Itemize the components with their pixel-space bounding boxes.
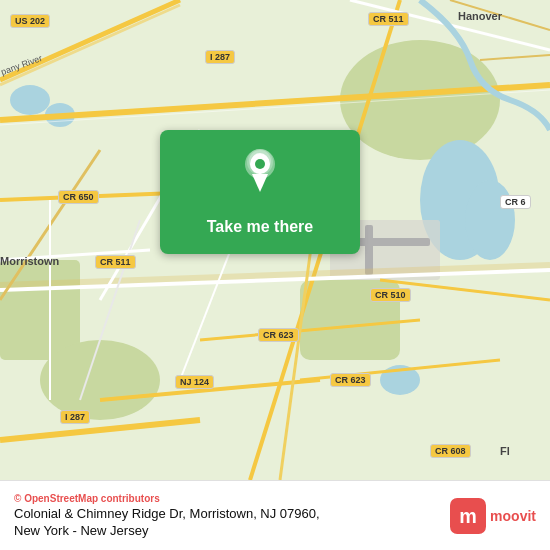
label-hanover: Hanover [458, 10, 502, 22]
svg-rect-3 [0, 260, 80, 360]
button-overlay: Take me there [160, 130, 360, 254]
road-label-nj124: NJ 124 [175, 375, 214, 389]
pin-shape [242, 148, 278, 192]
svg-point-1 [340, 40, 500, 160]
road-label-cr608: CR 608 [430, 444, 471, 458]
moovit-text: moovit [490, 508, 536, 524]
road-label-cr623-2: CR 623 [330, 373, 371, 387]
svg-text:m: m [459, 505, 477, 527]
road-label-i287-top: I 287 [205, 50, 235, 64]
road-label-us202: US 202 [10, 14, 50, 28]
osm-copyright-symbol: © [14, 493, 24, 504]
road-label-cr510: CR 510 [370, 288, 411, 302]
svg-point-42 [255, 159, 265, 169]
road-label-cr511-mid: CR 511 [95, 255, 136, 269]
road-label-i287-bot: I 287 [60, 410, 90, 424]
label-fl: Fl [500, 445, 510, 457]
osm-link[interactable]: OpenStreetMap [24, 493, 98, 504]
moovit-logo: m moovit [450, 498, 536, 534]
osm-contributors: contributors [98, 493, 160, 504]
road-label-cr623-1: CR 623 [258, 328, 299, 342]
bottom-info: © OpenStreetMap contributors Colonial & … [14, 493, 320, 538]
address-line1: Colonial & Chimney Ridge Dr, Morristown,… [14, 506, 320, 521]
svg-point-4 [40, 340, 160, 420]
moovit-icon: m [450, 498, 486, 534]
svg-rect-12 [365, 225, 373, 275]
take-me-there-label: Take me there [207, 218, 313, 236]
label-morristown: Morristown [0, 255, 59, 267]
road-label-cr650: CR 650 [58, 190, 99, 204]
take-me-there-button[interactable]: Take me there [160, 130, 360, 254]
bottom-bar: © OpenStreetMap contributors Colonial & … [0, 480, 550, 550]
road-label-cr511-top: CR 511 [368, 12, 409, 26]
map-container: US 202 I 287 CR 511 CR 650 CR 511 CR 623… [0, 0, 550, 480]
osm-credit: © OpenStreetMap contributors [14, 493, 320, 504]
road-label-cr6: CR 6 [500, 195, 531, 209]
svg-point-7 [10, 85, 50, 115]
svg-marker-43 [252, 174, 268, 192]
svg-point-6 [465, 180, 515, 260]
address-line2: New York - New Jersey [14, 523, 320, 538]
